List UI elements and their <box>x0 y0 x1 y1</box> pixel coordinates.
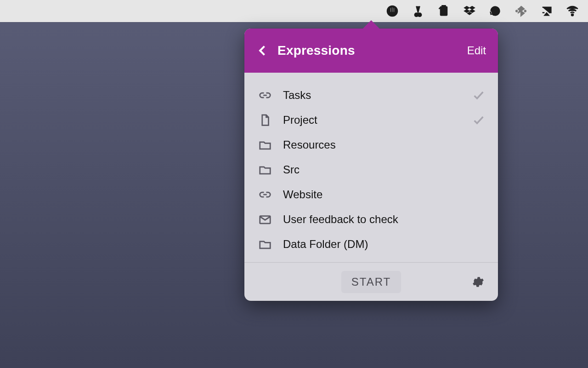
list-item[interactable]: Data Folder (DM) <box>244 232 498 257</box>
envelope-icon <box>257 212 273 227</box>
svg-point-12 <box>516 10 517 12</box>
list-item-label: Resources <box>283 138 485 151</box>
hand-icon[interactable] <box>385 4 400 18</box>
svg-marker-11 <box>467 12 471 15</box>
dropbox-icon[interactable] <box>462 4 477 18</box>
svg-point-15 <box>571 14 573 16</box>
svg-marker-7 <box>464 6 469 10</box>
list-item-label: Website <box>283 188 485 201</box>
item-list: Tasks Project Resources Sr <box>244 73 498 262</box>
wifi-icon[interactable] <box>565 4 580 18</box>
svg-rect-1 <box>390 8 391 12</box>
bluetooth-icon[interactable] <box>514 4 528 18</box>
link-icon <box>257 187 273 202</box>
airplay-icon[interactable] <box>539 4 554 18</box>
list-item[interactable]: Project <box>244 108 498 132</box>
link-icon <box>257 87 273 103</box>
list-item-label: Src <box>283 163 485 176</box>
scissors-icon[interactable] <box>411 4 425 18</box>
svg-rect-6 <box>441 7 447 16</box>
svg-rect-2 <box>392 7 393 12</box>
svg-marker-9 <box>464 10 469 13</box>
list-item-label: Data Folder (DM) <box>283 238 485 251</box>
list-item[interactable]: Src <box>244 157 498 182</box>
back-button[interactable] <box>256 41 269 60</box>
list-item[interactable]: Tasks <box>244 83 498 108</box>
popover-panel: Expressions Edit Tasks Project <box>244 29 498 301</box>
menubar <box>0 0 588 22</box>
list-item-label: Tasks <box>283 89 472 102</box>
list-item-label: Project <box>283 114 472 126</box>
list-item[interactable]: Website <box>244 182 498 207</box>
popover-title: Expressions <box>277 43 467 58</box>
svg-point-5 <box>418 13 421 17</box>
folder-icon <box>257 137 273 153</box>
svg-rect-3 <box>394 8 395 12</box>
settings-button[interactable] <box>470 274 486 290</box>
popover-header: Expressions Edit <box>244 29 498 73</box>
check-icon <box>472 89 485 102</box>
folder-icon <box>257 162 273 178</box>
edit-button[interactable]: Edit <box>467 44 486 57</box>
file-icon <box>257 112 273 128</box>
svg-point-13 <box>525 10 526 12</box>
svg-marker-8 <box>469 6 475 10</box>
timemachine-icon[interactable] <box>488 4 503 18</box>
clipboard-icon[interactable] <box>436 4 451 18</box>
start-button[interactable]: START <box>341 271 401 293</box>
popover-footer: START <box>244 262 498 301</box>
list-item-label: User feedback to check <box>283 213 485 226</box>
check-icon <box>472 114 485 126</box>
list-item[interactable]: User feedback to check <box>244 207 498 232</box>
svg-marker-10 <box>469 10 475 13</box>
folder-icon <box>257 236 273 252</box>
list-item[interactable]: Resources <box>244 132 498 157</box>
